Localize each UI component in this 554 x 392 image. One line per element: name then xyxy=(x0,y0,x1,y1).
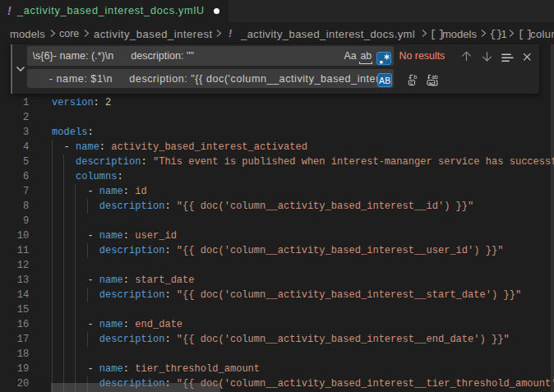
svg-text:b: b xyxy=(413,74,417,81)
svg-text:ac: ac xyxy=(428,80,434,85)
